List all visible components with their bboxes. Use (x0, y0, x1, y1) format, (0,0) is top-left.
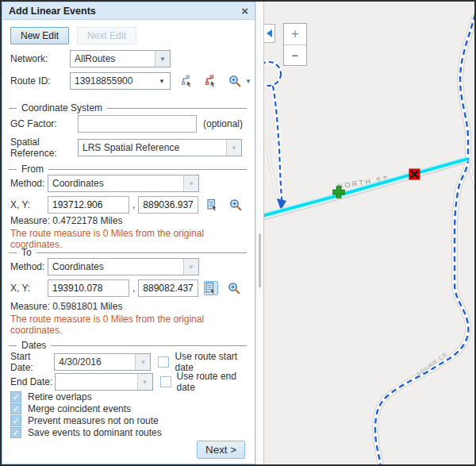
to-measure: Measure: 0.5981801 Miles (10, 301, 122, 312)
next-button[interactable]: Next > (197, 441, 245, 459)
chevron-left-icon (267, 29, 272, 37)
zoom-to-to-point-icon[interactable] (227, 281, 241, 295)
merge-coincident-events-checkbox[interactable]: ✓ (10, 403, 21, 414)
network-value: AllRoutes (71, 51, 155, 67)
zoom-options-caret-icon[interactable]: ▼ (245, 78, 251, 85)
retire-overlaps-label: Retire overlaps (28, 391, 92, 402)
map-zoom-control: + − (283, 23, 307, 66)
panel-scrollbar[interactable] (255, 2, 264, 464)
app-window: Add Linear Events × New Edit Next Edit N… (0, 0, 476, 466)
end-date-value (56, 374, 137, 390)
chevron-down-icon[interactable]: ▼ (154, 78, 170, 85)
chevron-down-icon: ▼ (226, 140, 241, 156)
chevron-down-icon[interactable]: ▼ (137, 374, 152, 390)
chevron-down-icon[interactable]: ▼ (155, 51, 170, 67)
chevron-down-icon: ▼ (183, 175, 198, 191)
to-method-dropdown: Coordinates ▼ (48, 258, 199, 275)
from-method-label: Method: (10, 178, 48, 189)
map-canvas: NORTH ST SQUAW CR (264, 2, 476, 464)
select-route-icon[interactable] (180, 74, 194, 88)
zoom-to-route-icon[interactable] (228, 74, 242, 88)
end-date-label: End Date: (10, 376, 55, 387)
add-linear-events-panel: Add Linear Events × New Edit Next Edit N… (2, 2, 255, 464)
network-label: Network: (10, 53, 70, 64)
from-x-input[interactable] (48, 196, 129, 214)
spatial-reference-label: Spatial Reference: (10, 137, 78, 159)
from-y-input[interactable] (138, 196, 198, 214)
section-to: To (9, 247, 247, 258)
prevent-measures-checkbox[interactable]: ✓ (10, 415, 21, 426)
zoom-to-from-point-icon[interactable] (228, 198, 243, 212)
to-method-value: Coordinates (48, 259, 183, 275)
next-edit-button: Next Edit (77, 27, 136, 44)
to-warning: The route measure is 0 Miles from the or… (10, 314, 255, 336)
pick-to-map-icon-active[interactable] (204, 281, 218, 295)
xy-comma: , (132, 283, 135, 294)
selected-route-highlight[interactable] (264, 159, 468, 217)
pick-from-map-icon[interactable] (205, 198, 220, 212)
from-xy-label: X, Y: (10, 199, 48, 210)
close-icon[interactable]: × (241, 5, 248, 17)
save-events-dominant-label: Save events to dominant routes (28, 427, 162, 438)
to-x-input[interactable] (48, 279, 129, 297)
merge-coincident-events-label: Merge coincident events (28, 403, 131, 414)
prevent-measures-label: Prevent measures not on route (28, 415, 159, 426)
spatial-reference-value: LRS Spatial Reference (79, 140, 226, 156)
start-date-value: 4/30/2016 (55, 354, 135, 370)
select-route-red-icon[interactable] (204, 74, 218, 88)
map-view[interactable]: NORTH ST SQUAW CR + − (264, 2, 476, 464)
zoom-in-button[interactable]: + (284, 24, 306, 44)
start-date-dropdown[interactable]: 4/30/2016 ▼ (54, 353, 151, 371)
retire-overlaps-checkbox[interactable]: ✓ (10, 391, 21, 402)
from-method-dropdown: Coordinates ▼ (48, 175, 199, 192)
spatial-reference-dropdown: LRS Spatial Reference ▼ (78, 139, 242, 156)
save-events-dominant-checkbox[interactable]: ✓ (10, 427, 21, 438)
route-id-label: Route ID: (10, 75, 70, 87)
scrollbar-thumb[interactable] (259, 233, 261, 287)
use-route-end-date-label: Use route end date (177, 371, 255, 393)
section-coordinate-system: Coordinate System (9, 102, 247, 114)
to-y-input[interactable] (138, 279, 198, 297)
panel-titlebar: Add Linear Events × (2, 2, 255, 20)
chevron-down-icon: ▼ (183, 259, 198, 275)
gc-factor-input[interactable] (78, 115, 197, 133)
new-edit-button[interactable]: New Edit (10, 27, 69, 44)
use-route-start-date-checkbox[interactable]: ✓ (158, 356, 169, 368)
use-route-start-date-label: Use route start date (175, 351, 255, 373)
chevron-down-icon[interactable]: ▼ (135, 354, 150, 370)
river-loop (264, 62, 281, 86)
section-from: From (9, 164, 247, 175)
zoom-out-button[interactable]: − (284, 44, 306, 66)
to-xy-label: X, Y: (10, 283, 48, 294)
gc-factor-label: GC Factor: (10, 118, 78, 129)
gc-factor-hint: (optional) (203, 118, 243, 129)
section-dates: Dates (9, 340, 247, 351)
network-dropdown[interactable]: AllRoutes ▼ (70, 50, 171, 67)
start-date-label: Start Date: (10, 351, 54, 373)
route-id-combobox[interactable]: 13918855900 ▼ (70, 72, 171, 90)
panel-title: Add Linear Events (9, 6, 241, 17)
xy-comma: , (132, 199, 135, 210)
collapse-panel-button[interactable] (264, 24, 275, 43)
from-method-value: Coordinates (48, 175, 183, 191)
route-id-value: 13918855900 (71, 75, 154, 87)
from-measure: Measure: 0.4722178 Miles (10, 215, 122, 226)
to-method-label: Method: (10, 261, 48, 272)
to-point-marker[interactable] (409, 169, 420, 179)
end-date-dropdown[interactable]: ▼ (55, 373, 153, 391)
use-route-end-date-checkbox[interactable]: ✓ (160, 376, 171, 387)
